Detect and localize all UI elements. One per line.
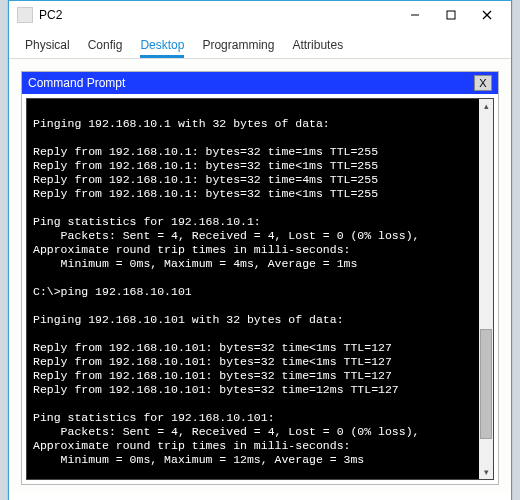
scroll-up-icon[interactable]: ▴: [479, 99, 493, 113]
tab-physical[interactable]: Physical: [25, 38, 70, 58]
terminal-wrap: Pinging 192.168.10.1 with 32 bytes of da…: [26, 98, 494, 480]
scroll-thumb[interactable]: [480, 329, 492, 439]
maximize-button[interactable]: [433, 4, 469, 26]
scroll-down-icon[interactable]: ▾: [479, 465, 493, 479]
footer: Top: [9, 493, 511, 500]
panel-title: Command Prompt: [28, 76, 474, 90]
minimize-button[interactable]: [397, 4, 433, 26]
titlebar[interactable]: PC2: [9, 1, 511, 29]
app-window: PC2 Physical Config Desktop Programming …: [8, 0, 512, 500]
tab-attributes[interactable]: Attributes: [292, 38, 343, 58]
command-prompt-panel: Command Prompt X Pinging 192.168.10.1 wi…: [21, 71, 499, 485]
app-icon: [17, 7, 33, 23]
tab-config[interactable]: Config: [88, 38, 123, 58]
terminal[interactable]: Pinging 192.168.10.1 with 32 bytes of da…: [27, 99, 493, 479]
panel-header[interactable]: Command Prompt X: [22, 72, 498, 94]
panel-close-button[interactable]: X: [474, 75, 492, 91]
tab-desktop[interactable]: Desktop: [140, 38, 184, 58]
scrollbar-vertical[interactable]: ▴ ▾: [479, 99, 493, 479]
tab-bar: Physical Config Desktop Programming Attr…: [9, 29, 511, 59]
tab-programming[interactable]: Programming: [202, 38, 274, 58]
svg-rect-1: [447, 11, 455, 19]
body-area: Command Prompt X Pinging 192.168.10.1 wi…: [9, 59, 511, 493]
close-button[interactable]: [469, 4, 505, 26]
window-title: PC2: [39, 8, 397, 22]
